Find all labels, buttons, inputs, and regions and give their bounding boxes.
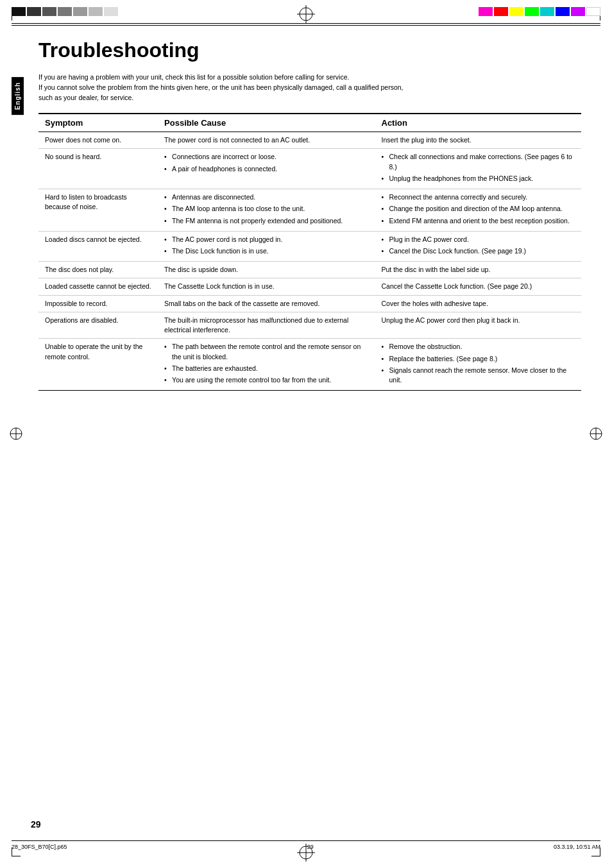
cause-bullet: The AC power cord is not plugged in. (164, 235, 368, 244)
gray-block (42, 7, 56, 16)
color-block (509, 7, 523, 16)
cause-cell: Antennas are disconnected. The AM loop a… (158, 189, 375, 232)
table-row: Operations are disabled. The built-in mi… (38, 312, 581, 338)
sidebar-language-label: English (12, 77, 24, 115)
action-cell: Remove the obstruction. Replace the batt… (375, 339, 582, 391)
footer-page: 29 (307, 844, 314, 850)
table-row: The disc does not play. The disc is upsi… (38, 262, 581, 278)
color-blocks-right (479, 7, 600, 16)
bottom-rule (12, 840, 600, 841)
action-cell: Check all connections and make correctio… (375, 149, 582, 189)
table-row: Loaded cassette cannot be ejected. The C… (38, 278, 581, 295)
symptom-cell: Loaded discs cannot be ejected. (38, 231, 158, 261)
action-bullet: Cancel the Disc Lock function. (See page… (382, 246, 575, 256)
table-row: Impossible to record. Small tabs on the … (38, 295, 581, 312)
intro-text: If you are having a problem with your un… (38, 72, 581, 103)
cause-bullet: A pair of headphones is connected. (164, 164, 368, 174)
action-bullet: Remove the obstruction. (382, 342, 575, 352)
action-bullet: Replace the batteries. (See page 8.) (382, 354, 575, 364)
symptom-cell: Operations are disabled. (38, 312, 158, 338)
gray-block (27, 7, 41, 16)
cause-cell: The AC power cord is not plugged in. The… (158, 231, 375, 261)
action-cell: Unplug the AC power cord then plug it ba… (375, 312, 582, 338)
symptom-cell: Unable to operate the unit by the remote… (38, 339, 158, 391)
footer-filename: 28_30FS_B70[C].p65 (12, 844, 67, 850)
cause-bullet: Antennas are disconnected. (164, 192, 368, 202)
symptom-cell: Power does not come on. (38, 132, 158, 149)
top-reg-mark (297, 5, 315, 24)
action-bullet: Change the position and direction of the… (382, 204, 575, 214)
troubleshooting-table: Symptom Possible Cause Action Power does… (38, 113, 581, 391)
side-reg-mark-left (9, 427, 23, 442)
footer-date: 03.3.19, 10:51 AM (554, 844, 600, 850)
action-cell: Cover the holes with adhesive tape. (375, 295, 582, 312)
top-rule-thin (12, 25, 600, 26)
header-action: Action (375, 114, 582, 132)
color-block (586, 7, 600, 16)
cause-cell: The built-in microprocessor has malfunct… (158, 312, 375, 338)
action-cell: Cancel the Cassette Lock function. (See … (375, 278, 582, 295)
action-bullet: Reconnect the antenna correctly and secu… (382, 192, 575, 202)
cause-cell: Small tabs on the back of the cassette a… (158, 295, 375, 312)
color-block (556, 7, 570, 16)
cause-cell: Connections are incorrect or loose. A pa… (158, 149, 375, 189)
table-row: Unable to operate the unit by the remote… (38, 339, 581, 391)
intro-line2: If you cannot solve the problem from the… (38, 83, 581, 93)
intro-line1: If you are having a problem with your un… (38, 72, 581, 83)
cause-cell: The Cassette Lock function is in use. (158, 278, 375, 295)
action-bullet: Check all connections and make correctio… (382, 152, 575, 171)
table-row: Power does not come on. The power cord i… (38, 132, 581, 149)
bottom-area: 28_30FS_B70[C].p65 29 03.3.19, 10:51 AM (0, 840, 612, 850)
side-reg-mark-right (589, 427, 603, 442)
cause-bullet: You are using the remote control too far… (164, 375, 368, 385)
gray-block (104, 7, 118, 16)
action-cell: Put the disc in with the label side up. (375, 262, 582, 278)
color-block (479, 7, 493, 16)
action-bullet: Unplug the headphones from the PHONES ja… (382, 174, 575, 183)
footer: 28_30FS_B70[C].p65 29 03.3.19, 10:51 AM (12, 844, 600, 850)
symptom-cell: The disc does not play. (38, 262, 158, 278)
gray-block (12, 7, 26, 16)
action-cell: Insert the plug into the socket. (375, 132, 582, 149)
symptom-cell: No sound is heard. (38, 149, 158, 189)
action-bullet: Signals cannot reach the remote sensor. … (382, 366, 575, 385)
table-row: Loaded discs cannot be ejected. The AC p… (38, 231, 581, 261)
intro-line3: such as your dealer, for service. (38, 93, 581, 103)
header-cause: Possible Cause (158, 114, 375, 132)
cause-bullet: Connections are incorrect or loose. (164, 152, 368, 162)
cause-bullet: The AM loop antenna is too close to the … (164, 204, 368, 214)
cause-cell: The power cord is not connected to an AC… (158, 132, 375, 149)
gray-block (73, 7, 87, 16)
action-bullet: Extend FM antenna and orient to the best… (382, 216, 575, 226)
table-row: Hard to listen to broadcasts because of … (38, 189, 581, 232)
color-block (571, 7, 585, 16)
page-title: Troubleshooting (38, 38, 581, 62)
cause-bullet: The FM antenna is not properly extended … (164, 216, 368, 226)
cause-cell: The path between the remote control and … (158, 339, 375, 391)
table-row: No sound is heard. Connections are incor… (38, 149, 581, 189)
symptom-cell: Impossible to record. (38, 295, 158, 312)
action-cell: Reconnect the antenna correctly and secu… (375, 189, 582, 232)
symptom-cell: Hard to listen to broadcasts because of … (38, 189, 158, 232)
grayscale-blocks-left (12, 7, 118, 16)
gray-block (58, 7, 72, 16)
color-block (525, 7, 539, 16)
cause-bullet: The path between the remote control and … (164, 342, 368, 361)
color-block (540, 7, 554, 16)
symptom-cell: Loaded cassette cannot be ejected. (38, 278, 158, 295)
action-cell: Plug in the AC power cord. Cancel the Di… (375, 231, 582, 261)
header-symptom: Symptom (38, 114, 158, 132)
main-content: Troubleshooting If you are having a prob… (0, 27, 612, 402)
page-number: 29 (31, 819, 41, 830)
gray-block (89, 7, 103, 16)
top-bar (0, 0, 612, 23)
cause-bullet: The Disc Lock function is in use. (164, 246, 368, 256)
color-block (494, 7, 508, 16)
cause-bullet: The batteries are exhausted. (164, 364, 368, 373)
cause-cell: The disc is upside down. (158, 262, 375, 278)
action-bullet: Plug in the AC power cord. (382, 235, 575, 244)
